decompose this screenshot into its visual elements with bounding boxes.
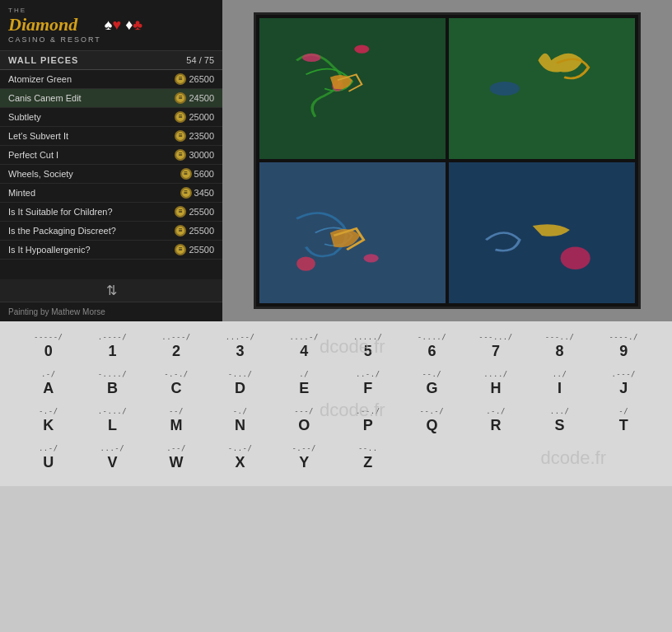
list-item-3[interactable]: Let's Subvert It ≡ 23500 (0, 127, 222, 146)
morse-letter: 3 (236, 343, 245, 360)
item-price: ≡ 24500 (175, 92, 214, 104)
morse-letter: N (235, 417, 245, 434)
morse-item-8: ---../ 8 (528, 330, 592, 362)
morse-letter: 4 (300, 343, 308, 360)
morse-item-1: .----/ 1 (81, 330, 145, 362)
letters-kt-row: -.-/ K .-.../ L --/ M -./ N ---/ O .--./… (16, 404, 656, 436)
painting-quad-br (449, 162, 635, 303)
svg-point-1 (354, 44, 369, 53)
chip-icon: ≡ (175, 225, 186, 236)
item-price: ≡ 25000 (175, 111, 214, 123)
morse-item-V: ...-/ V (81, 441, 145, 473)
morse-letter: S (555, 417, 565, 434)
svg-point-0 (302, 54, 321, 62)
morse-item-D: -.../ D (208, 367, 273, 399)
card-icons: ♠♥ ♦♣ (105, 16, 142, 34)
morse-letter: B (107, 380, 118, 397)
list-item-1[interactable]: Canis Canem Edit ≡ 24500 (0, 89, 222, 108)
morse-letter: X (236, 454, 245, 471)
morse-code: .----/ (98, 331, 128, 343)
morse-letter: 2 (172, 343, 180, 360)
morse-code: -.../ (228, 368, 253, 380)
morse-letter: G (426, 380, 437, 397)
morse-letter: P (363, 417, 373, 434)
morse-letter: 0 (44, 343, 53, 360)
morse-letter: H (490, 380, 501, 397)
morse-letter: D (235, 380, 245, 397)
chip-icon: ≡ (180, 168, 192, 180)
scroll-button[interactable]: ⇅ (106, 283, 117, 298)
letters-uz-row: ..-/ U ...-/ V .--/ W -..-/ X -.--/ Y --… (16, 441, 400, 473)
list-item-6[interactable]: Minted ≡ 3450 (0, 184, 222, 203)
morse-code: .../ (550, 405, 570, 417)
item-name: Let's Subvert It (8, 131, 68, 141)
morse-code: --.. (358, 442, 378, 454)
item-name: Wheels, Society (8, 169, 73, 179)
morse-code: .-.../ (98, 405, 128, 417)
morse-letter: L (108, 417, 117, 434)
morse-letter: U (43, 454, 54, 471)
chip-icon: ≡ (175, 73, 186, 85)
morse-item-7: ---.../ 7 (464, 330, 528, 362)
item-price: ≡ 23500 (175, 130, 214, 142)
morse-letter: F (363, 380, 372, 397)
morse-code: -..../ (98, 368, 128, 380)
painting-area (222, 0, 672, 321)
morse-item-O: ---/ O (272, 404, 336, 436)
list-item-9[interactable]: Is It Hypoallergenic? ≡ 25500 (0, 241, 222, 260)
list-item-5[interactable]: Wheels, Society ≡ 5600 (0, 165, 222, 184)
morse-item-N: -./ N (208, 404, 273, 436)
morse-code: ...-/ (100, 442, 125, 454)
item-price: ≡ 3450 (180, 187, 214, 199)
morse-item-P: .--./ P (336, 404, 400, 436)
morse-code: ../ (553, 368, 567, 380)
morse-letter: I (558, 380, 562, 397)
item-name: Atomizer Green (8, 74, 72, 84)
painting-frame (254, 12, 641, 309)
morse-letter: 1 (108, 343, 116, 360)
chip-icon: ≡ (175, 130, 186, 142)
morse-code: ...../ (353, 331, 383, 343)
list-item-7[interactable]: Is It Suitable for Children? ≡ 25500 (0, 203, 222, 222)
morse-code: -..../ (418, 331, 447, 343)
morse-item-U: ..-/ U (16, 441, 81, 473)
morse-letter: C (170, 380, 181, 397)
morse-letter: V (107, 454, 117, 471)
item-price: ≡ 25500 (175, 206, 214, 218)
morse-letter: Q (426, 417, 437, 434)
morse-item-L: .-.../ L (81, 404, 145, 436)
list-item-0[interactable]: Atomizer Green ≡ 26500 (0, 70, 222, 89)
logo-casino: CASINO & RESORT (8, 35, 101, 44)
morse-item-4: ....-/ 4 (272, 330, 336, 362)
morse-code: ---../ (545, 331, 575, 343)
morse-item-E: ./ E (272, 367, 336, 399)
morse-item-9: ----./ 9 (591, 330, 656, 362)
morse-letter: 7 (492, 343, 500, 360)
svg-point-5 (364, 254, 379, 262)
chip-icon: ≡ (180, 187, 192, 199)
svg-point-4 (296, 257, 315, 271)
list-item-2[interactable]: Subtlety ≡ 25000 (0, 108, 222, 127)
morse-item-J: .---/ J (591, 367, 656, 399)
logo-area: THE Diamond CASINO & RESORT ♠♥ ♦♣ (0, 0, 222, 51)
svg-point-3 (490, 82, 520, 96)
item-name: Minted (8, 188, 35, 198)
morse-item-Y: -.--/ Y (272, 441, 336, 473)
morse-code: ----./ (609, 331, 638, 343)
list-item-4[interactable]: Perfect Cut I ≡ 30000 (0, 146, 222, 165)
morse-code: .---/ (611, 368, 636, 380)
scroll-area: ⇅ (0, 279, 222, 302)
logo-the: THE (8, 7, 101, 14)
morse-item-Z: --.. Z (336, 441, 400, 473)
item-name: Is It Hypoallergenic? (8, 245, 91, 255)
morse-code: -----/ (34, 331, 63, 343)
logo-diamond: Diamond (8, 14, 101, 35)
list-item-8[interactable]: Is the Packaging Discreet? ≡ 25500 (0, 222, 222, 241)
morse-letter: K (43, 417, 54, 434)
item-price: ≡ 25500 (175, 244, 214, 255)
item-name: Is the Packaging Discreet? (8, 226, 116, 236)
item-price: ≡ 30000 (175, 149, 214, 161)
painting-quad-tr (449, 18, 635, 159)
morse-code: ---.../ (478, 331, 512, 343)
chip-icon: ≡ (175, 111, 186, 123)
